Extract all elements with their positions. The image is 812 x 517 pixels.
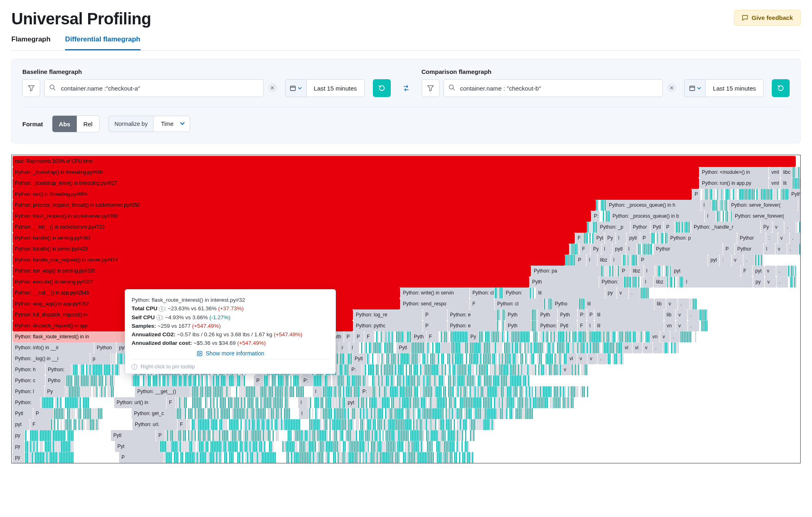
flame-cell[interactable]: P: [254, 375, 264, 386]
flame-cell[interactable]: Py: [605, 233, 615, 244]
flame-cell[interactable]: v: [676, 320, 687, 331]
flame-cell[interactable]: .: [790, 233, 801, 244]
flame-cell[interactable]: v: [764, 266, 776, 277]
flame-cell[interactable]: vn: [664, 320, 676, 331]
flame-cell[interactable]: F: [470, 299, 494, 309]
flame-cell[interactable]: l: [705, 211, 715, 222]
flame-cell[interactable]: l: [764, 244, 775, 255]
flame-cell[interactable]: l: [587, 320, 594, 331]
flame-cell[interactable]: l: [349, 342, 359, 353]
flame-cell[interactable]: vml: [769, 178, 780, 189]
flame-cell[interactable]: v: [577, 353, 587, 364]
flame-cell[interactable]: v: [778, 233, 789, 244]
flame-cell[interactable]: Python: run_simple() in: [789, 189, 801, 200]
flame-cell[interactable]: Pythor: [630, 222, 650, 233]
flame-cell[interactable]: Pytl: [558, 320, 577, 331]
swap-button[interactable]: [400, 82, 413, 95]
flame-cell[interactable]: Python: flask_route_interest() in in: [13, 331, 134, 342]
flame-cell[interactable]: Python: [94, 342, 116, 353]
flame-cell[interactable]: Python: l: [13, 386, 44, 397]
flame-cell[interactable]: pyt: [671, 266, 741, 277]
flame-cell[interactable]: Pytl: [111, 430, 156, 441]
baseline-query-input[interactable]: [44, 79, 264, 97]
flame-cell[interactable]: Python: run() in app.py: [699, 178, 769, 189]
flame-cell[interactable]: Python: process_request_thread() in sock…: [13, 200, 596, 211]
flame-cell[interactable]: .: [629, 288, 640, 299]
flame-cell[interactable]: v: [666, 299, 678, 309]
flame-cell[interactable]: .: [688, 309, 699, 320]
flame-cell[interactable]: v: [587, 353, 597, 364]
flame-cell[interactable]: F: [30, 419, 50, 430]
flame-cell[interactable]: libc: [781, 167, 792, 178]
flame-cell[interactable]: lil: [595, 309, 664, 320]
flame-cell[interactable]: libz: [630, 266, 643, 277]
flame-cell[interactable]: Python: __init__() in socketserver.py#72…: [13, 222, 587, 233]
flame-cell[interactable]: [440, 342, 451, 353]
flame-cell[interactable]: l: [587, 255, 597, 266]
flame-cell[interactable]: lit: [781, 178, 792, 189]
flame-cell[interactable]: vl: [567, 353, 577, 364]
give-feedback-button[interactable]: Give feedback: [734, 10, 801, 26]
flame-cell[interactable]: F: [580, 244, 590, 255]
flame-cell[interactable]: Python: p: [668, 233, 737, 244]
flame-cell[interactable]: Pytho: [552, 299, 578, 309]
flame-cell[interactable]: lil: [585, 299, 654, 309]
flame-cell[interactable]: py: [605, 288, 617, 299]
flame-cell[interactable]: root: Represents 100% of CPU time.: [13, 156, 796, 167]
flame-cell[interactable]: v: [617, 288, 628, 299]
flame-cell[interactable]: l: [299, 408, 309, 419]
flame-cell[interactable]: vn: [650, 331, 660, 342]
flame-cell[interactable]: P: [344, 331, 354, 342]
flame-cell[interactable]: pyt: [753, 266, 764, 277]
flame-cell[interactable]: .: [670, 331, 680, 342]
flame-cell[interactable]: .: [743, 255, 755, 266]
flame-cell[interactable]: l: [298, 397, 308, 408]
flame-cell[interactable]: P: [640, 233, 651, 244]
flame-cell[interactable]: P: [423, 309, 447, 320]
flame-cell[interactable]: l: [616, 233, 626, 244]
flame-cell[interactable]: Pythor: [654, 244, 723, 255]
flame-cell[interactable]: .: [598, 353, 607, 364]
comparison-date-range[interactable]: Last 15 minutes: [705, 79, 764, 97]
format-abs-button[interactable]: Abs: [52, 116, 77, 132]
flame-cell[interactable]: libz: [654, 277, 667, 288]
flame-cell[interactable]: Pytl: [13, 408, 33, 419]
flame-cell[interactable]: P:: [360, 386, 372, 397]
flame-cell[interactable]: Pyth: [558, 309, 577, 320]
flame-cell[interactable]: l: [313, 386, 323, 397]
flame-cell[interactable]: Pythor: [735, 244, 763, 255]
flame-cell[interactable]: lil: [595, 320, 664, 331]
flame-cell[interactable]: Python: serve_forever(: [732, 211, 801, 222]
flame-cell[interactable]: Python:: [13, 397, 40, 408]
flame-cell[interactable]: Python: c: [13, 375, 45, 386]
flame-cell[interactable]: Python: _bootstrap_inner() in threading.…: [13, 178, 699, 189]
flame-cell[interactable]: Python: cl: [470, 288, 494, 299]
flame-cell[interactable]: .: [784, 222, 796, 233]
flame-cell[interactable]: Pytl: [650, 222, 663, 233]
flame-cell[interactable]: pytl: [613, 244, 626, 255]
flame-cell[interactable]: Python: run() in threading.py#865: [13, 189, 692, 200]
flame-cell[interactable]: Pytl: [396, 342, 411, 353]
tab-differential-flamegraph[interactable]: Differential flamegraph: [65, 35, 140, 50]
flame-cell[interactable]: F: [178, 419, 186, 430]
flame-cell[interactable]: Python: fina: [538, 320, 557, 331]
flame-cell[interactable]: vi: [632, 342, 642, 353]
flame-cell[interactable]: :: [766, 233, 777, 244]
flame-cell[interactable]: r: [339, 342, 349, 353]
flame-cell[interactable]: l: [611, 255, 621, 266]
baseline-date-range[interactable]: Last 15 minutes: [306, 79, 365, 97]
flame-cell[interactable]: Python: url() in: [114, 397, 166, 408]
flame-cell[interactable]: Pyt: [594, 233, 604, 244]
flame-cell[interactable]: Python: pythc: [353, 320, 422, 331]
flame-cell[interactable]: F: [741, 266, 752, 277]
comparison-query-input[interactable]: [444, 79, 663, 97]
flame-cell[interactable]: py: [13, 430, 25, 441]
flame-cell[interactable]: Python: serve_forever(: [729, 200, 798, 211]
flame-cell[interactable]: py: [13, 441, 25, 452]
flame-cell[interactable]: F: [427, 331, 439, 342]
flame-cell[interactable]: P:: [578, 309, 587, 320]
flame-cell[interactable]: Python: handle_one_request() in server.p…: [13, 255, 565, 266]
normalize-by-select[interactable]: Normalize by Time: [108, 116, 190, 132]
flame-cell[interactable]: Python: e: [448, 320, 496, 331]
flame-cell[interactable]: l: [602, 244, 612, 255]
